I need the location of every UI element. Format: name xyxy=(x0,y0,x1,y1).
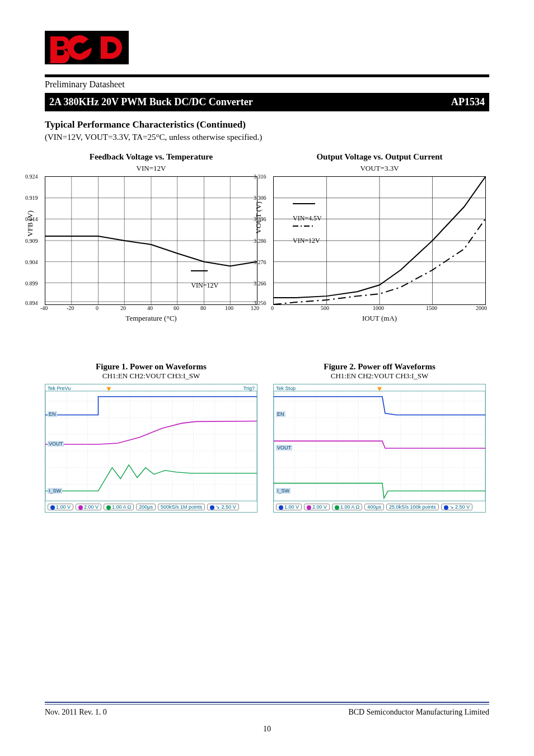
scope-screenshot: Tek PreVu Trig? xyxy=(45,384,257,513)
scope-ch3-label: I_SW xyxy=(48,488,62,494)
legend-entry: VIN=4.5V xyxy=(293,214,322,222)
footer-revision: Nov. 2011 Rev. 1. 0 xyxy=(45,708,107,717)
section-conditions: (VIN=12V, VOUT=3.3V, TA=25°C, unless oth… xyxy=(45,133,489,142)
chart-title: Output Voltage vs. Output Current xyxy=(273,152,486,162)
banner-part: AP1534 xyxy=(451,96,485,108)
scope-status: Tek Stop xyxy=(276,386,296,391)
chart-subtitle: VIN=12V xyxy=(45,164,257,173)
header-rule xyxy=(45,74,489,77)
chart-area: 3.316 3.306 3.296 3.286 3.276 3.266 3.25… xyxy=(273,176,486,305)
company-logo xyxy=(45,31,489,64)
doc-subtitle: Preliminary Datasheet xyxy=(45,79,489,90)
figure-subtitle: CH1:EN CH2:VOUT CH3:I_SW xyxy=(273,372,486,381)
legend-entry: VIN=12V xyxy=(191,281,218,289)
figure-title: Figure 1. Power on Waveforms xyxy=(45,362,257,372)
scope-ch1-label: EN xyxy=(48,411,57,417)
x-axis-label: Temperature (°C) xyxy=(45,314,257,323)
figure-2: Figure 2. Power off Waveforms CH1:EN CH2… xyxy=(273,362,486,513)
scope-trigger: Trig? xyxy=(243,386,255,391)
svg-rect-57 xyxy=(274,391,485,501)
scope-ch2-label: VOUT xyxy=(276,445,292,450)
scope-ch1-label: EN xyxy=(276,411,285,417)
svg-marker-58 xyxy=(377,387,382,391)
chart-area: 0.924 0.919 0.914 0.909 0.904 0.899 0.89… xyxy=(45,176,257,305)
scope-ch2-label: VOUT xyxy=(48,441,64,447)
scope-status: Tek PreVu xyxy=(48,386,71,391)
y-axis-label: VFB (V) xyxy=(26,210,35,237)
figure-1: Figure 1. Power on Waveforms CH1:EN CH2:… xyxy=(45,362,257,513)
chart-vout-vs-iout: Output Voltage vs. Output Current VOUT=3… xyxy=(273,152,486,323)
banner-title: 2A 380KHz 20V PWM Buck DC/DC Converter xyxy=(49,96,253,108)
figure-title: Figure 2. Power off Waveforms xyxy=(273,362,486,372)
x-axis-label: IOUT (mA) xyxy=(273,314,486,323)
page-number: 10 xyxy=(45,725,489,734)
figure-subtitle: CH1:EN CH2:VOUT CH3:I_SW xyxy=(45,372,257,381)
scope-ch3-label: I_SW xyxy=(276,488,291,494)
scope-screenshot: Tek Stop xyxy=(273,384,486,513)
svg-rect-40 xyxy=(45,391,257,501)
footer-company: BCD Semiconductor Manufacturing Limited xyxy=(348,708,489,717)
svg-marker-41 xyxy=(106,387,111,391)
chart-title: Feedback Voltage vs. Temperature xyxy=(45,152,257,162)
section-title: Typical Performance Characteristics (Con… xyxy=(45,119,489,130)
legend-entry: VIN=12V xyxy=(293,237,320,245)
page-footer: Nov. 2011 Rev. 1. 0 BCD Semiconductor Ma… xyxy=(45,702,489,734)
title-banner: 2A 380KHz 20V PWM Buck DC/DC Converter A… xyxy=(45,93,489,111)
chart-subtitle: VOUT=3.3V xyxy=(273,164,486,173)
chart-fb-vs-temp: Feedback Voltage vs. Temperature VIN=12V… xyxy=(45,152,257,323)
